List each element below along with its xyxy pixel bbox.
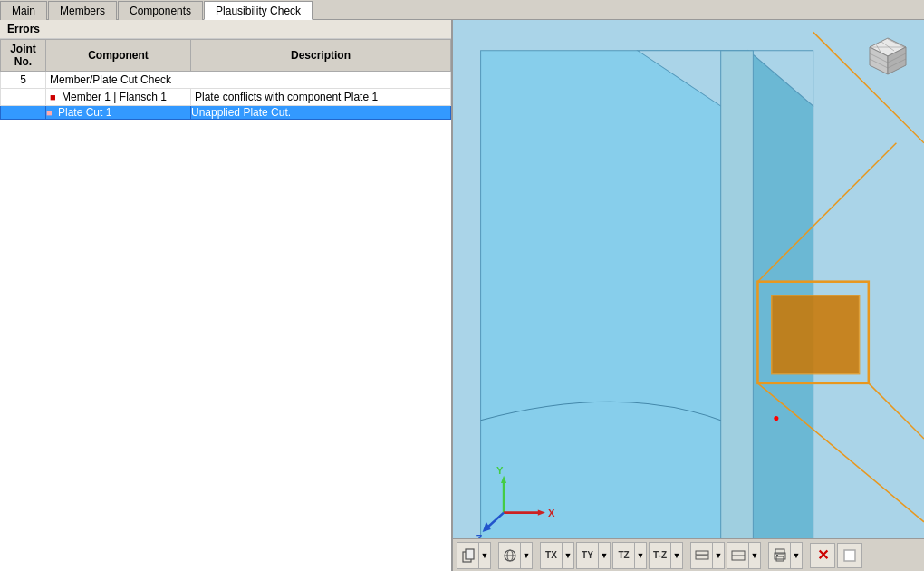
joint-no-cell: 5 <box>1 72 46 89</box>
svg-marker-0 <box>481 51 749 550</box>
tz2-button[interactable]: T-Z <box>650 543 671 568</box>
svg-rect-4 <box>721 51 754 550</box>
print-button-group[interactable]: ▼ <box>768 542 803 569</box>
copy-dropdown-arrow[interactable]: ▼ <box>479 543 490 568</box>
tab-bar: Main Members Components Plausibility Che… <box>0 0 924 20</box>
ty-dropdown[interactable]: ▼ <box>599 543 610 568</box>
svg-text:Y: Y <box>496 465 504 476</box>
errors-header: Errors <box>0 20 451 39</box>
bottom-toolbar: ▼ ▼ TX ▼ TY <box>453 538 924 571</box>
view3d-dropdown[interactable]: ▼ <box>521 543 532 568</box>
view3d-button-group[interactable]: ▼ <box>498 542 533 569</box>
layer2-button-group[interactable]: ▼ <box>727 542 761 569</box>
tx-button-group[interactable]: TX ▼ <box>540 542 574 569</box>
component-cell: ■ Plate Cut 1 <box>46 106 191 120</box>
layer1-dropdown[interactable]: ▼ <box>713 543 724 568</box>
svg-rect-45 <box>844 550 855 561</box>
ty-button-group[interactable]: TY ▼ <box>576 542 611 569</box>
layer2-button[interactable] <box>727 543 749 568</box>
tx-button[interactable]: TX <box>541 543 563 568</box>
table-row[interactable]: 5 Member/Plate Cut Check <box>1 72 451 89</box>
tab-members[interactable]: Members <box>48 1 117 20</box>
copy-button-group[interactable]: ▼ <box>457 542 491 569</box>
layer1-button-group[interactable]: ▼ <box>690 542 725 569</box>
tab-main[interactable]: Main <box>0 1 47 20</box>
tz2-dropdown[interactable]: ▼ <box>671 543 682 568</box>
main-content: Errors JointNo. Component Description 5 … <box>0 20 924 571</box>
tz-button-group[interactable]: TZ ▼ <box>612 542 647 569</box>
layer2-dropdown[interactable]: ▼ <box>749 543 760 568</box>
tz-dropdown[interactable]: ▼ <box>635 543 646 568</box>
view-cube[interactable] <box>861 29 915 83</box>
layer1-button[interactable] <box>691 543 713 568</box>
svg-rect-33 <box>466 549 474 559</box>
desc-cell: Plate conflicts with component Plate 1 <box>191 89 451 106</box>
component-label: Plate Cut 1 <box>58 106 111 119</box>
joint-no-cell <box>1 106 46 120</box>
right-panel-3d: Y X Z <box>453 20 924 571</box>
svg-text:X: X <box>548 508 555 518</box>
tx-dropdown[interactable]: ▼ <box>563 543 573 568</box>
category-cell: Member/Plate Cut Check <box>46 72 451 89</box>
error-icon: ■ <box>46 107 53 118</box>
table-row[interactable]: ■ Member 1 | Flansch 1 Plate conflicts w… <box>1 89 451 106</box>
svg-point-11 <box>774 416 778 421</box>
svg-rect-44 <box>776 555 778 556</box>
svg-rect-6 <box>772 295 860 374</box>
component-label: Member 1 | Flansch 1 <box>62 91 167 103</box>
errors-table: JointNo. Component Description 5 Member/… <box>0 39 451 120</box>
svg-rect-37 <box>696 551 708 555</box>
tz-button[interactable]: TZ <box>613 543 635 568</box>
white-action-button[interactable] <box>837 543 862 568</box>
col-component: Component <box>46 40 191 72</box>
print-dropdown[interactable]: ▼ <box>791 543 802 568</box>
component-cell: ■ Member 1 | Flansch 1 <box>46 89 191 106</box>
3d-scene-svg: Y X Z <box>453 20 924 571</box>
tz2-button-group[interactable]: T-Z ▼ <box>649 542 683 569</box>
svg-line-10 <box>869 383 924 439</box>
error-icon: ■ <box>50 92 56 102</box>
joint-no-cell <box>1 89 46 106</box>
tab-components[interactable]: Components <box>118 1 203 20</box>
red-x-icon: ✕ <box>817 547 829 564</box>
view3d-button[interactable] <box>499 543 521 568</box>
copy-button[interactable] <box>457 543 479 568</box>
col-joint-no: JointNo. <box>1 40 46 72</box>
white-square-icon <box>842 548 857 563</box>
ty-button[interactable]: TY <box>577 543 599 568</box>
table-row[interactable]: ■ Plate Cut 1 Unapplied Plate Cut. <box>1 106 451 120</box>
desc-cell: Unapplied Plate Cut. <box>191 106 451 120</box>
errors-table-container[interactable]: JointNo. Component Description 5 Member/… <box>0 39 451 571</box>
print-button[interactable] <box>769 543 791 568</box>
red-action-button[interactable]: ✕ <box>810 543 835 568</box>
tab-plausibility[interactable]: Plausibility Check <box>204 1 313 20</box>
col-description: Description <box>191 40 451 72</box>
left-panel: Errors JointNo. Component Description 5 … <box>0 20 453 571</box>
svg-rect-38 <box>696 556 708 559</box>
